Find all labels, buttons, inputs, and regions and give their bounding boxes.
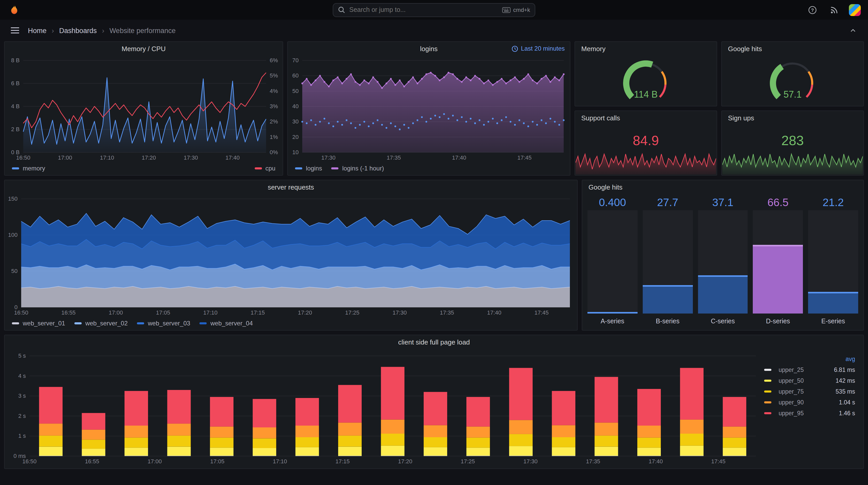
svg-text:10: 10 — [292, 149, 299, 156]
panel-title-memory-cpu[interactable]: Memory / CPU — [122, 45, 165, 53]
panel-title-sign-ups[interactable]: Sign ups — [728, 114, 754, 122]
svg-text:16:50: 16:50 — [16, 155, 30, 161]
search-field[interactable] — [349, 6, 498, 13]
svg-text:16:50: 16:50 — [22, 458, 36, 464]
bar-label: E-series — [808, 314, 858, 326]
series-marker — [764, 379, 771, 382]
page-load-chart[interactable]: 0 ms1 s2 s3 s4 s5 s16:5016:5517:0017:051… — [9, 350, 759, 465]
series-marker — [764, 368, 771, 370]
legend-item-web-server-01[interactable]: web_server_01 — [12, 320, 65, 327]
legend-value: 6.81 ms — [834, 366, 855, 373]
panel-title-logins[interactable]: logins — [420, 45, 438, 53]
sign-ups-value: 283 — [722, 133, 863, 149]
panel-title-memory[interactable]: Memory — [581, 45, 606, 53]
legend-item-web-server-04[interactable]: web_server_04 — [199, 320, 253, 327]
svg-text:17:25: 17:25 — [345, 310, 359, 316]
legend-item-upper-75[interactable]: upper_75535 ms — [764, 386, 855, 397]
help-icon[interactable]: ? — [805, 3, 819, 17]
server-requests-chart[interactable]: 05010015016:5016:5517:0017:0517:1017:151… — [5, 194, 576, 317]
panel-title-google-hits[interactable]: Google hits — [728, 45, 762, 53]
panel-support-calls: Support calls 84.9 — [575, 110, 717, 175]
bar-gauge-a-series[interactable]: 0.400 A-series — [587, 195, 638, 326]
legend-label: upper_90 — [779, 399, 835, 405]
bar-gauge-d-series[interactable]: 66.5 D-series — [753, 195, 803, 326]
bar-fill — [753, 245, 803, 314]
svg-text:3%: 3% — [270, 103, 278, 109]
bar-value: 0.400 — [587, 195, 638, 210]
svg-text:17:45: 17:45 — [534, 310, 549, 316]
mini-column-2: Google hits 57.1 Sign ups 283 — [721, 41, 864, 175]
news-rss-icon[interactable] — [827, 3, 841, 17]
bar-gauge-e-series[interactable]: 21.2 E-series — [808, 195, 858, 326]
menu-toggle-icon[interactable] — [8, 24, 22, 37]
svg-text:4 B: 4 B — [11, 103, 20, 109]
grafana-flame-icon — [8, 4, 20, 15]
user-avatar[interactable] — [849, 4, 861, 16]
grafana-logo[interactable] — [7, 3, 21, 17]
panel-sign-ups: Sign ups 283 — [721, 110, 864, 175]
grafana-app: cmd+k ? — [0, 0, 868, 485]
search-input[interactable]: cmd+k — [333, 3, 535, 17]
mini-column-1: Memory 114 B Support calls 84.9 — [575, 41, 717, 175]
series-marker — [74, 322, 82, 324]
bar-value: 37.1 — [698, 195, 748, 210]
legend-value: 535 ms — [836, 388, 855, 394]
legend-label: upper_95 — [779, 410, 835, 416]
support-calls-sparkline[interactable] — [576, 149, 716, 174]
svg-text:4%: 4% — [270, 88, 278, 94]
legend-item-logins-1hour[interactable]: logins (-1 hour) — [332, 165, 384, 172]
legend-value: 1.46 s — [839, 410, 855, 416]
sign-ups-sparkline[interactable] — [722, 149, 863, 174]
memory-gauge-chart[interactable]: 114 B — [575, 55, 717, 105]
breadcrumb-home[interactable]: Home — [28, 27, 46, 34]
bar-fill — [643, 285, 693, 314]
bar-gauge-b-series[interactable]: 27.7 B-series — [643, 195, 693, 326]
legend-avg-header[interactable]: avg — [764, 354, 855, 364]
legend-item-logins[interactable]: logins — [295, 165, 322, 172]
panel-page-load: client side full page load 0 ms1 s2 s3 s… — [4, 335, 864, 469]
panel-title-page-load[interactable]: client side full page load — [398, 338, 470, 346]
svg-text:17:05: 17:05 — [210, 458, 224, 464]
memory-cpu-chart[interactable]: 0 B2 B4 B6 B8 B0%1%2%3%4%5%6%16:5017:001… — [5, 55, 283, 162]
legend-item-upper-90[interactable]: upper_901.04 s — [764, 397, 855, 408]
svg-text:17:20: 17:20 — [398, 458, 412, 464]
legend-item-upper-50[interactable]: upper_50142 ms — [764, 375, 855, 386]
bar-label: A-series — [587, 314, 638, 326]
legend-item-web-server-02[interactable]: web_server_02 — [74, 320, 128, 327]
breadcrumb-dashboards[interactable]: Dashboards — [59, 27, 97, 34]
clock-icon — [512, 45, 519, 52]
memory-cpu-legend: memory cpu — [5, 162, 283, 175]
panel-google-hits-gauge: Google hits 57.1 — [721, 41, 864, 106]
legend-item-upper-25[interactable]: upper_256.81 ms — [764, 364, 855, 375]
svg-text:?: ? — [811, 7, 814, 13]
bar-gauge-c-series[interactable]: 37.1 C-series — [698, 195, 748, 326]
chevron-up-icon[interactable] — [846, 24, 860, 37]
svg-text:20: 20 — [292, 134, 299, 140]
svg-text:17:00: 17:00 — [58, 155, 72, 161]
panel-title-support-calls[interactable]: Support calls — [581, 114, 620, 122]
legend-item-web-server-03[interactable]: web_server_03 — [137, 320, 190, 327]
dashboard-grid: Memory / CPU 0 B2 B4 B6 B8 B0%1%2%3%4%5%… — [0, 41, 868, 473]
svg-text:1 s: 1 s — [18, 432, 26, 439]
legend-label: upper_25 — [779, 366, 830, 373]
legend-item-cpu[interactable]: cpu — [254, 165, 275, 172]
logins-legend: logins logins (-1 hour) — [288, 162, 570, 175]
logins-chart[interactable]: 1020304050607017:3017:3517:4017:45 — [288, 55, 570, 162]
bar-value: 27.7 — [643, 195, 693, 210]
legend-label: memory — [23, 165, 45, 172]
top-nav: cmd+k ? — [0, 0, 868, 20]
google-hits-gauge-chart[interactable]: 57.1 — [722, 55, 863, 105]
bar-gauge: 0.400 A-series 27.7 B-series 37.1 C-seri… — [582, 194, 863, 330]
bar-track — [643, 210, 693, 314]
breadcrumb-separator: › — [52, 27, 54, 34]
panel-title-google-hits-bars[interactable]: Google hits — [588, 183, 623, 191]
legend-item-memory[interactable]: memory — [12, 165, 45, 172]
legend-item-upper-95[interactable]: upper_951.46 s — [764, 408, 855, 418]
svg-text:30: 30 — [292, 118, 299, 125]
panel-title-server-requests[interactable]: server requests — [268, 183, 314, 191]
svg-text:17:10: 17:10 — [203, 310, 218, 316]
svg-text:17:30: 17:30 — [321, 155, 336, 161]
svg-text:16:50: 16:50 — [14, 310, 28, 316]
time-range-label[interactable]: Last 20 minutes — [512, 42, 565, 55]
svg-text:6 B: 6 B — [11, 80, 20, 87]
